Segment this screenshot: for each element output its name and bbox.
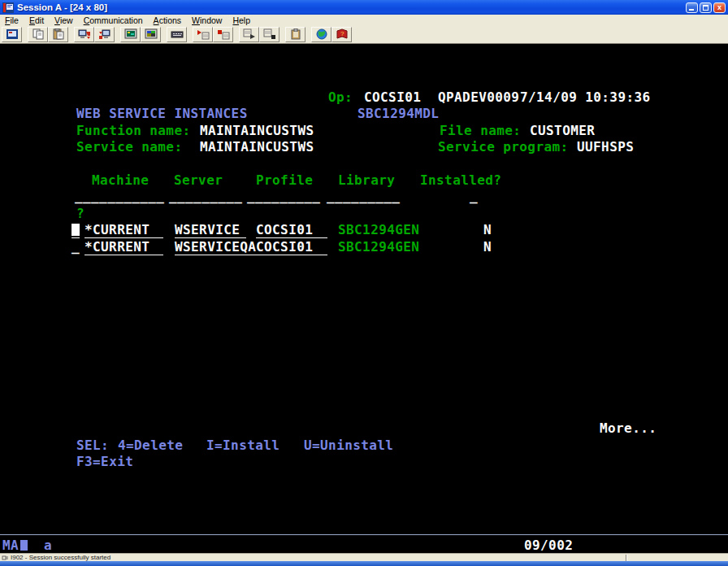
installed-value: N <box>483 223 492 237</box>
clipboard-icon <box>289 28 302 40</box>
menu-item-window[interactable]: Window <box>192 15 222 25</box>
window-title: Session A - [24 x 80] <box>17 2 684 12</box>
send-file-icon <box>78 28 91 40</box>
new-session-button[interactable] <box>2 27 22 42</box>
selection-field-underline[interactable] <box>72 237 80 238</box>
column-underline: _ <box>470 189 478 204</box>
oia-separator <box>0 534 728 535</box>
paste-button[interactable] <box>48 27 68 42</box>
window-bottom-border <box>0 561 728 566</box>
column-underline: _________ <box>247 189 320 204</box>
sel-option-uninstall: U=Uninstall <box>304 438 393 453</box>
model-name: SBC1294MDL <box>358 107 439 121</box>
step-macro-button[interactable] <box>259 27 280 42</box>
application-window: Session A - [24 x 80] x File Edit View C… <box>0 0 728 566</box>
svg-text:?: ? <box>340 30 344 37</box>
paste-icon <box>52 28 65 40</box>
profile-field[interactable]: COCSI01 <box>256 240 327 255</box>
screen-title: WEB SERVICE INSTANCES <box>76 107 248 121</box>
close-button[interactable]: x <box>713 2 726 13</box>
oia-system-indicator: MA <box>2 538 19 553</box>
minimize-icon <box>689 9 694 11</box>
display-setup-icon <box>124 28 137 40</box>
receive-file-button[interactable] <box>94 27 115 42</box>
installed-value: N <box>483 240 492 255</box>
column-underline: _________ <box>169 189 242 204</box>
device-name: QPADEV0009 <box>438 90 519 105</box>
new-session-icon <box>6 28 19 40</box>
col-header-installed: Installed? <box>420 173 501 188</box>
menu-bar: File Edit View Communication Actions Win… <box>0 15 728 25</box>
application-icon <box>2 2 14 13</box>
machine-field[interactable]: *CURRENT <box>84 240 163 255</box>
web-browser-button[interactable] <box>311 27 332 42</box>
minimize-button[interactable] <box>686 2 698 13</box>
color-setup-button[interactable] <box>141 27 161 42</box>
column-underline: _________ <box>327 189 400 204</box>
menu-item-actions[interactable]: Actions <box>154 15 181 25</box>
receive-file-icon <box>98 28 111 40</box>
library-value: SBC1294GEN <box>338 223 419 237</box>
play-macro-icon <box>243 28 256 40</box>
op-value: COCSI01 <box>364 90 421 105</box>
sel-option-install: I=Install <box>206 438 280 453</box>
display-setup-button[interactable] <box>120 27 141 42</box>
play-macro-button[interactable] <box>239 27 259 42</box>
copy-button[interactable] <box>28 27 48 42</box>
menu-item-edit[interactable]: Edit <box>29 15 44 25</box>
server-field[interactable]: WSERVICEQA <box>175 240 256 255</box>
close-icon: x <box>717 3 722 11</box>
record-macro-button[interactable] <box>193 27 213 42</box>
file-name-value: CUSTOMER <box>530 124 595 138</box>
stop-macro-icon <box>217 28 230 40</box>
clipboard-button[interactable] <box>285 27 306 42</box>
globe-icon <box>315 28 328 40</box>
send-file-button[interactable] <box>74 27 94 42</box>
connection-status-icon <box>2 555 8 561</box>
column-underline: ___________ <box>75 189 164 204</box>
oia-keyboard-state: a <box>44 538 52 553</box>
col-header-library: Library <box>338 173 395 188</box>
toolbar: ? <box>0 25 728 44</box>
sel-label: SEL: <box>76 438 109 453</box>
status-bar: I902 - Session successfully started <box>0 553 728 561</box>
menu-item-communication[interactable]: Communication <box>84 15 143 25</box>
sel-option-delete: 4=Delete <box>118 438 183 453</box>
title-bar: Session A - [24 x 80] x <box>0 0 728 15</box>
keyboard-setup-button[interactable] <box>167 27 187 42</box>
function-name-label: Function name: <box>76 124 190 138</box>
step-macro-icon <box>263 28 276 40</box>
oia-cursor-position: 09/002 <box>524 538 573 553</box>
restore-icon <box>703 5 708 11</box>
status-message: I902 - Session successfully started <box>11 554 110 561</box>
help-button[interactable]: ? <box>332 27 352 42</box>
fkey-exit: F3=Exit <box>76 455 133 469</box>
restore-button[interactable] <box>700 2 712 13</box>
terminal-screen[interactable]: Op: COCSI01 QPADEV0009 7/14/09 10:39:36 … <box>0 44 728 553</box>
record-macro-icon <box>197 28 210 40</box>
keyboard-setup-icon <box>171 28 184 40</box>
color-setup-icon <box>145 28 158 40</box>
server-field[interactable]: WSERVICE <box>175 223 246 238</box>
service-name-value: MAINTAINCUSTWS <box>200 140 314 155</box>
col-header-server: Server <box>174 173 223 188</box>
copy-icon <box>32 28 45 40</box>
status-bar-divider <box>626 555 627 561</box>
service-program-value: UUFHSPS <box>577 140 634 155</box>
op-label: Op: <box>328 90 353 105</box>
profile-field[interactable]: COCSI01 <box>256 223 327 238</box>
stop-macro-button[interactable] <box>213 27 233 42</box>
session-datetime: 7/14/09 10:39:36 <box>520 90 651 105</box>
prompt-mark: ? <box>76 207 84 221</box>
col-header-profile: Profile <box>256 173 313 188</box>
menu-item-help[interactable]: Help <box>232 15 250 25</box>
menu-item-view[interactable]: View <box>54 15 73 25</box>
selection-field[interactable]: _ <box>72 240 80 255</box>
file-name-label: File name: <box>440 124 521 138</box>
more-indicator: More... <box>600 421 656 436</box>
machine-field[interactable]: *CURRENT <box>84 223 163 238</box>
oia-block-icon <box>20 540 28 551</box>
service-program-label: Service program: <box>438 140 569 155</box>
service-name-label: Service name: <box>76 140 182 155</box>
menu-item-file[interactable]: File <box>5 15 19 25</box>
